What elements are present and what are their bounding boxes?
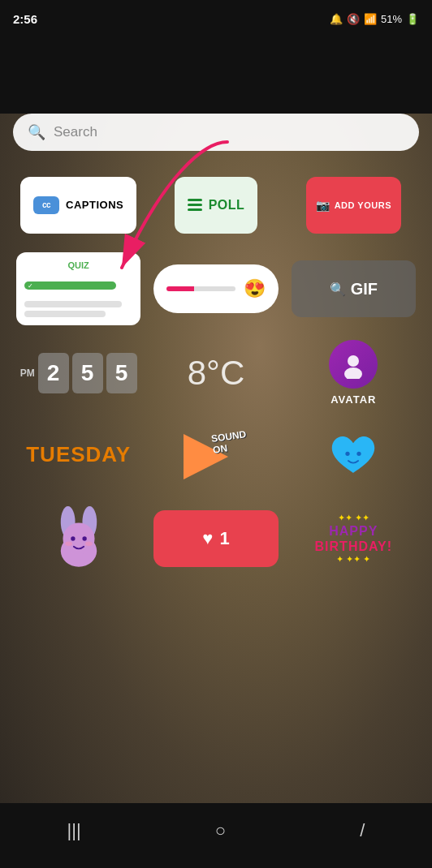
svg-point-1 [344,367,362,379]
sticker-day[interactable]: TUESDAY [16,420,140,489]
nav-recent-apps-icon[interactable]: ||| [67,820,81,841]
svg-point-3 [357,451,361,455]
status-bar: 2:56 🔔 🔇 📶 51% 🔋 [0,0,432,36]
svg-point-7 [63,522,94,554]
svg-point-10 [65,542,72,546]
bunny-svg [46,506,111,571]
sticker-emoji-slider[interactable]: 😍 [153,252,278,325]
sticker-picker: 🔍 Search cc CAPTIONS POLL [0,114,432,803]
svg-point-11 [85,542,93,546]
camera-icon: 📷 [316,199,330,212]
clock-digit-5b: 5 [106,353,137,393]
sticker-like-counter[interactable]: ♥ 1 [153,502,278,575]
alarm-icon: 🔔 [330,13,343,25]
slider-emoji: 😍 [244,278,266,299]
sticker-gif[interactable]: 🔍 GIF [292,252,416,325]
search-icon: 🔍 [28,123,45,141]
sticker-blue-heart[interactable] [292,420,416,489]
clock-ampm: PM [20,367,35,379]
slider-track [166,286,235,291]
cc-badge: cc [33,196,59,214]
sticker-captions[interactable]: cc CAPTIONS [16,170,140,239]
avatar-label: AVATAR [330,393,376,406]
sticker-bunny[interactable] [16,502,140,575]
clock-digit-5: 5 [72,353,103,393]
battery-text: 51% [381,13,402,25]
sound-on-text: SOUNDON [210,428,248,457]
status-icons: 🔔 🔇 📶 51% 🔋 [330,13,419,25]
birthday-stars-top: ✦✦ ✦✦ [315,513,393,523]
svg-point-9 [82,536,86,540]
clock-digit-2: 2 [38,353,69,393]
sticker-happy-birthday[interactable]: ✦✦ ✦✦ HAPPY BIRTHDAY! ✦ ✦✦ ✦ [292,502,416,575]
birthday-stars-bottom: ✦ ✦✦ ✦ [315,554,393,565]
blue-heart-svg [325,427,382,483]
nav-back-icon[interactable]: / [360,820,365,841]
day-text: TUESDAY [26,442,131,467]
sticker-quiz[interactable]: QUIZ ✓ [16,252,140,325]
temp-value: 8°C [188,354,245,393]
birthday-happy-text: HAPPY [315,523,393,539]
avatar-icon [329,340,378,389]
battery-icon: 🔋 [406,13,419,25]
status-time: 2:56 [13,12,37,26]
top-bar: 2:56 🔔 🔇 📶 51% 🔋 [0,0,432,114]
birthday-text-label: BIRTHDAY! [315,539,393,554]
quiz-title: QUIZ [24,260,132,270]
search-bar[interactable]: 🔍 Search [13,114,419,151]
quiz-options [24,301,132,317]
svg-point-0 [348,355,359,367]
add-yours-label: ADD YOURS [335,200,391,210]
poll-label: POLL [209,198,245,213]
mute-icon: 🔇 [347,13,360,25]
sticker-add-yours[interactable]: 📷 ADD YOURS [292,170,416,239]
heart-icon: ♥ [202,528,213,549]
sticker-grid: cc CAPTIONS POLL 📷 ADD YOURS [13,170,419,575]
sticker-clock[interactable]: PM 2 5 5 [16,338,140,407]
search-placeholder: Search [54,124,97,140]
svg-point-2 [346,451,350,455]
quiz-progress-bar: ✓ [24,281,116,290]
nav-home-icon[interactable]: ○ [215,820,226,841]
search-gif-icon: 🔍 [330,281,346,297]
svg-point-8 [71,536,75,540]
sticker-poll[interactable]: POLL [153,170,278,239]
nav-bar: ||| ○ / [0,803,432,868]
poll-lines-icon [188,199,202,211]
wifi-icon: 📶 [364,13,377,25]
sticker-temperature[interactable]: 8°C [153,338,278,407]
sticker-avatar[interactable]: AVATAR [292,338,416,407]
gif-label: GIF [351,280,378,299]
like-count: 1 [219,528,229,549]
sticker-sound-on[interactable]: SOUNDON [153,420,278,489]
captions-label: CAPTIONS [66,199,123,211]
